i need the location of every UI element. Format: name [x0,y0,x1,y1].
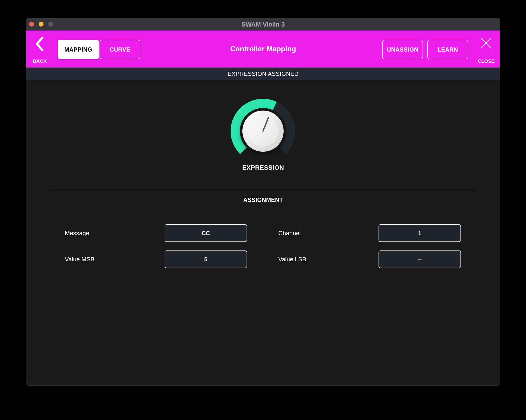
value-msb-label: Value MSB [65,251,94,268]
close-button-label: CLOSE [476,58,496,64]
back-button[interactable]: BACK [30,35,49,64]
close-icon [479,36,493,50]
message-value: CC [202,230,210,237]
titlebar: SWAM Violin 3 [26,18,500,30]
status-bar: EXPRESSION ASSIGNED [26,68,500,80]
header-bar: BACK MAPPING CURVE Controller Mapping UN… [26,30,500,68]
learn-button-label: LEARN [438,46,458,53]
app-window: SWAM Violin 3 BACK MAPPING CURVE Control… [26,18,500,386]
value-lsb-label: Value LSB [278,251,306,268]
chevron-left-icon [35,37,45,51]
close-button[interactable]: CLOSE [476,35,496,64]
tab-mapping-label: MAPPING [64,46,92,53]
tab-mapping[interactable]: MAPPING [58,40,99,59]
channel-value: 1 [418,230,421,237]
value-lsb-value: -- [418,256,422,263]
knob-face [243,111,283,152]
value-msb-value: 5 [204,256,207,263]
tab-curve[interactable]: CURVE [100,40,140,59]
unassign-button[interactable]: UNASSIGN [382,40,423,59]
unassign-button-label: UNASSIGN [387,46,418,53]
tab-curve-label: CURVE [110,46,130,53]
value-lsb-value-box[interactable]: -- [379,251,461,268]
status-text: EXPRESSION ASSIGNED [228,70,299,77]
message-label: Message [65,224,89,242]
learn-button[interactable]: LEARN [427,40,468,59]
message-value-box[interactable]: CC [165,224,247,242]
back-button-label: BACK [30,58,49,64]
channel-value-box[interactable]: 1 [379,224,461,242]
assignment-heading: ASSIGNMENT [26,196,500,203]
value-msb-value-box[interactable]: 5 [165,251,247,268]
section-divider [50,190,476,190]
expression-knob[interactable] [228,97,298,166]
window-title: SWAM Violin 3 [26,18,500,30]
knob-label: EXPRESSION [26,164,500,171]
channel-label: Channel [278,224,301,242]
